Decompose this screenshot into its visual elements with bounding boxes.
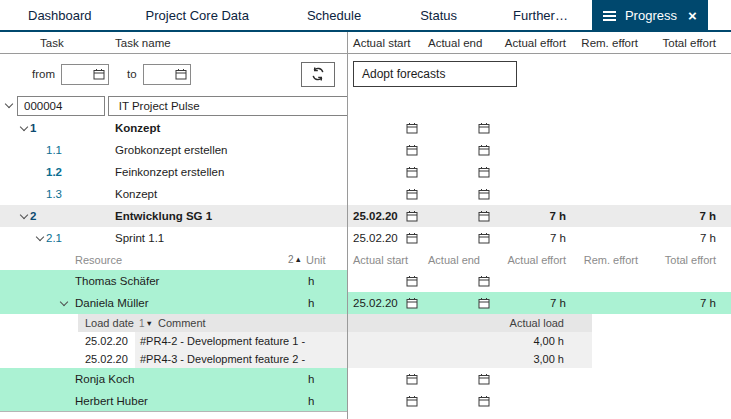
chevron-down-icon[interactable] [57,302,70,305]
refresh-button[interactable] [301,62,335,87]
task-name: Konzept [115,188,157,200]
chevron-down-icon[interactable] [2,104,15,107]
tab-progress-active[interactable]: Progress × [592,0,708,30]
load-date: 25.02.20 [78,350,135,368]
sort-asc-icon: ▲ [295,255,302,264]
calendar-icon[interactable] [478,297,490,309]
calendar-icon[interactable] [406,232,418,244]
resource-name[interactable]: Herbert Huber [75,395,148,407]
task-id[interactable]: 1 [30,122,115,134]
task-name: Grobkonzept erstellen [115,144,228,156]
load-value: 4,00 h [442,332,592,350]
task-row[interactable]: 1.2 Feinkonzept erstellen [0,161,731,183]
total-effort-value: 7 h [644,227,731,249]
project-name-field[interactable]: IT Project Pulse [108,96,348,116]
tab-progress-label: Progress [625,8,677,23]
resource-unit: h [308,275,348,287]
close-icon[interactable]: × [688,8,697,23]
col-actual-effort: Actual effort [508,254,567,266]
resource-name[interactable]: Daniela Müller [75,297,149,309]
tab-dashboard[interactable]: Dashboard [28,0,92,30]
col-task: Task [40,37,115,49]
project-name: IT Project Pulse [119,100,200,112]
calendar-icon[interactable] [478,188,490,200]
tab-project-core-data[interactable]: Project Core Data [146,0,249,30]
resource-row[interactable]: Herbert Huber h [0,390,731,412]
calendar-icon[interactable] [406,122,418,134]
resource-header-row: Resource 2▲ Unit Actual start Actual end… [0,249,731,270]
calendar-icon[interactable] [406,275,418,287]
calendar-icon[interactable] [406,144,418,156]
calendar-icon[interactable] [478,275,490,287]
resource-unit: h [308,297,348,309]
chevron-down-icon[interactable] [17,215,30,218]
resource-name[interactable]: Ronja Koch [75,373,134,385]
tab-status[interactable]: Status [420,0,457,30]
resource-name[interactable]: Thomas Schäfer [75,275,159,287]
calendar-icon[interactable] [478,373,490,385]
calendar-icon[interactable] [478,395,490,407]
panel-divider [347,32,348,419]
resource-row[interactable]: Thomas Schäfer h [0,270,731,292]
col-comment: Comment [153,314,442,332]
from-date-input[interactable] [65,68,91,80]
resource-sort-indicator[interactable]: 2▲ [288,254,302,265]
calendar-icon[interactable] [478,210,490,222]
task-row[interactable]: 1 Konzept [0,117,731,139]
progress-window: Dashboard Project Core Data Schedule Sta… [0,0,731,419]
task-id[interactable]: 2.1 [46,232,115,244]
col-rem-effort: Rem. effort [584,254,638,266]
task-row[interactable]: 1.3 Konzept [0,183,731,205]
task-id[interactable]: 1.1 [46,144,115,156]
calendar-icon[interactable] [406,373,418,385]
tab-bar: Dashboard Project Core Data Schedule Sta… [0,0,731,32]
col-actual-load: Actual load [442,314,592,332]
load-sort-indicator[interactable]: 1▼ [139,318,153,329]
calendar-icon[interactable] [406,210,418,222]
task-id[interactable]: 2 [30,210,115,222]
chevron-down-icon[interactable] [33,237,46,240]
adopt-forecasts-button[interactable]: Adopt forecasts [353,61,517,87]
from-label: from [32,68,55,80]
calendar-icon[interactable] [406,297,418,309]
to-date-field[interactable] [143,64,191,85]
task-name: Entwicklung SG 1 [115,210,212,222]
chevron-down-icon[interactable] [17,127,30,130]
sync-icon [310,66,326,82]
calendar-icon[interactable] [406,395,418,407]
tab-schedule[interactable]: Schedule [307,0,361,30]
project-id-field[interactable]: 000004 [17,96,105,116]
total-effort-value: 7 h [644,292,731,314]
load-value: 3,00 h [442,350,592,368]
load-row[interactable]: 25.02.20 #PR4-3 - Development feature 2 … [78,350,592,368]
actual-start-value: 25.02.20 [353,210,398,222]
col-unit: Unit [302,254,348,266]
project-row[interactable]: 000004 IT Project Pulse [0,94,731,117]
project-id: 000004 [24,100,62,112]
calendar-icon[interactable] [175,68,187,80]
calendar-icon[interactable] [478,144,490,156]
load-row[interactable]: 25.02.20 #PR4-2 - Development feature 1 … [78,332,592,350]
tab-further[interactable]: Further… [513,0,568,30]
col-actual-end: Actual end [428,37,482,49]
task-row[interactable]: 2.1 Sprint 1.1 25.02.20 7 h 7 h [0,227,731,249]
task-id[interactable]: 1.2 [46,166,115,178]
col-task-name: Task name [115,37,171,49]
task-row[interactable]: 2 Entwicklung SG 1 25.02.20 7 h 7 h [0,205,731,227]
resource-row[interactable]: Daniela Müller h 25.02.20 7 h 7 h [0,292,731,314]
calendar-icon[interactable] [406,166,418,178]
resource-row[interactable]: Ronja Koch h [0,368,731,390]
calendar-icon[interactable] [93,68,105,80]
calendar-icon[interactable] [478,232,490,244]
task-id[interactable]: 1.3 [46,188,115,200]
actual-effort-value: 7 h [496,227,572,249]
col-load-date: Load date [85,317,134,329]
calendar-icon[interactable] [478,166,490,178]
from-date-field[interactable] [61,64,109,85]
calendar-icon[interactable] [478,122,490,134]
calendar-icon[interactable] [406,188,418,200]
hamburger-icon[interactable] [603,10,616,21]
task-row[interactable]: 1.1 Grobkonzept erstellen [0,139,731,161]
to-date-input[interactable] [147,68,173,80]
load-comment: #PR4-2 - Development feature 1 - [135,332,442,350]
